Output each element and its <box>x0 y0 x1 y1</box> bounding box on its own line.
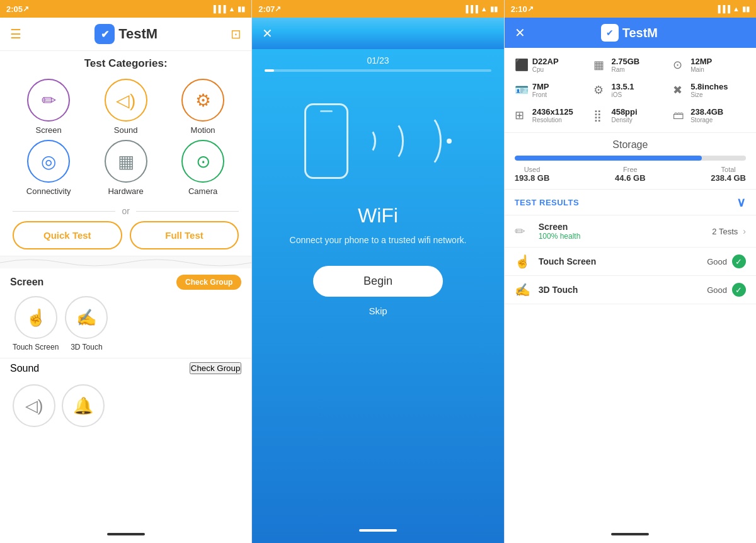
spec-front-camera: 🪪 7MP Front <box>512 78 590 102</box>
storage-icon: 🗃 <box>673 109 687 122</box>
3d-touch-check-icon: ✓ <box>732 283 746 297</box>
categories-grid: ✏ Screen ◁) Sound ⚙ Motion ◎ Connectivit… <box>0 74 251 201</box>
used-label: Used <box>524 166 541 173</box>
p2-close-header: ✕ <box>252 18 503 49</box>
wifi-illustration <box>304 103 452 179</box>
resolution-value: 2436x1125 <box>532 107 573 117</box>
p3-app-header: ✕ ✔ TestM <box>505 18 756 48</box>
motion-icon: ⚙ <box>181 79 224 122</box>
p2-close-button[interactable]: ✕ <box>262 26 273 41</box>
wifi-description: Connect your phone to a trusted wifi net… <box>290 234 467 247</box>
storage-label: Storage <box>690 117 723 123</box>
motion-label: Motion <box>191 125 215 135</box>
spec-cpu: ⬛ D22AP Cpu <box>512 53 590 77</box>
test-buttons: Quick Test Full Test <box>0 221 251 256</box>
results-chevron-icon: ∨ <box>736 195 746 210</box>
category-screen[interactable]: ✏ Screen <box>13 79 84 135</box>
front-camera-icon: 🪪 <box>515 83 529 97</box>
touch-screen-test-icon: ☝ <box>515 254 532 269</box>
hardware-label: Hardware <box>108 186 143 196</box>
category-sound[interactable]: ◁) Sound <box>89 79 161 135</box>
touch-screen-good: Good <box>707 257 727 266</box>
size-label: Size <box>690 91 728 98</box>
camera-label: Camera <box>188 186 217 196</box>
battery-icon-3: ▮▮ <box>742 5 750 13</box>
test-item-3d-touch[interactable]: ✍ 3D Touch Good ✓ <box>505 276 756 304</box>
touch-screen-test-name: Touch Screen <box>539 256 701 266</box>
app-header-1: ☰ ✔ TestM ⊡ <box>0 18 251 51</box>
test-item-touch-screen[interactable]: ☝ Touch Screen Good ✓ <box>505 248 756 276</box>
category-camera[interactable]: ⊙ Camera <box>167 140 239 196</box>
spec-resolution: ⊞ 2436x1125 Resolution <box>512 103 590 127</box>
hamburger-icon[interactable]: ☰ <box>10 26 21 42</box>
storage-title: Storage <box>515 139 746 151</box>
test-results-row[interactable]: TEST RESULTS ∨ <box>505 190 756 215</box>
full-test-button[interactable]: Full Test <box>130 221 239 249</box>
logo-1: ✔ TestM <box>94 24 158 44</box>
spec-ios: ⚙ 13.5.1 iOS <box>591 78 669 102</box>
spec-storage: 🗃 238.4GB Storage <box>670 103 748 127</box>
connectivity-label: Connectivity <box>26 186 71 196</box>
screen-label: Screen <box>36 125 62 135</box>
total-label: Total <box>721 166 736 173</box>
total-stat: Total 238.4 GB <box>711 166 746 183</box>
3d-touch-item[interactable]: ✍ 3D Touch <box>65 296 108 352</box>
category-motion[interactable]: ⚙ Motion <box>167 79 239 135</box>
test-item-screen[interactable]: ✏ Screen 100% health 2 Tests › <box>505 215 756 248</box>
quick-test-button[interactable]: Quick Test <box>13 221 122 249</box>
location-icon-2: ↗ <box>275 4 281 13</box>
category-hardware[interactable]: ▦ Hardware <box>89 140 161 196</box>
camera-icon: ⊙ <box>181 140 224 183</box>
front-camera-label: Front <box>532 91 549 98</box>
progress-label: 01/23 <box>367 55 389 66</box>
density-value: 458ppi <box>611 107 637 117</box>
time-1: 2:05 <box>6 4 23 14</box>
home-indicator-2 <box>359 529 397 532</box>
location-icon-3: ↗ <box>527 4 534 13</box>
sound-sub-icon-1: ◁) <box>13 384 55 427</box>
touch-screen-item[interactable]: ☝ Touch Screen <box>13 296 59 352</box>
check-group-screen-button[interactable]: Check Group <box>176 275 241 290</box>
ios-icon: ⚙ <box>593 83 607 97</box>
specs-grid: ⬛ D22AP Cpu ▦ 2.75GB Ram ⊙ 12MP Main 🪪 7… <box>505 48 756 133</box>
p3-close-button[interactable]: ✕ <box>515 25 525 40</box>
density-label: Density <box>611 117 637 123</box>
touch-screen-check-icon: ✓ <box>732 254 746 268</box>
touch-screen-label: Touch Screen <box>13 343 59 352</box>
3d-touch-label: 3D Touch <box>71 343 102 352</box>
wifi-arc-medium <box>379 120 404 162</box>
sound-icon: ◁) <box>105 79 147 122</box>
test-results-label: TEST RESULTS <box>515 198 580 207</box>
scan-icon[interactable]: ⊡ <box>231 26 241 42</box>
battery-icon-1: ▮▮ <box>238 5 245 13</box>
cpu-icon: ⬛ <box>515 58 529 72</box>
categories-title: Test Categories: <box>0 51 251 74</box>
screen-test-icon: ✏ <box>515 224 532 239</box>
screen-group-name: Screen <box>10 277 43 288</box>
front-camera-value: 7MP <box>532 82 549 91</box>
begin-button[interactable]: Begin <box>313 266 443 297</box>
divider-line-right <box>136 211 239 212</box>
free-stat: Free 44.6 GB <box>615 166 645 183</box>
wifi-arcs <box>361 113 452 169</box>
storage-section: Storage Used 193.8 GB Free 44.6 GB Total… <box>505 133 756 190</box>
main-camera-value: 12MP <box>690 57 712 66</box>
resolution-icon: ⊞ <box>515 108 529 122</box>
used-value: 193.8 GB <box>515 173 550 183</box>
3d-touch-icon: ✍ <box>65 296 108 339</box>
screen-test-sub: 100% health <box>539 232 706 241</box>
panel-1: 2:05 ↗ ▐▐▐ ▲ ▮▮ ☰ ✔ TestM ⊡ Test Categor… <box>0 0 251 543</box>
total-value: 238.4 GB <box>711 173 746 183</box>
ram-value: 2.75GB <box>611 57 639 66</box>
cpu-value: D22AP <box>532 57 559 66</box>
logo-icon-1: ✔ <box>94 24 115 44</box>
time-3: 2:10 <box>511 4 527 14</box>
skip-button[interactable]: Skip <box>369 306 387 316</box>
time-2: 2:07 <box>258 4 275 14</box>
check-group-sound-button[interactable]: Check Group <box>190 362 242 374</box>
category-connectivity[interactable]: ◎ Connectivity <box>13 140 84 196</box>
sound-sub-icon-2: 🔔 <box>62 384 105 427</box>
connectivity-icon: ◎ <box>27 140 70 183</box>
progress-bar <box>265 69 491 72</box>
wave-divider <box>0 256 251 268</box>
